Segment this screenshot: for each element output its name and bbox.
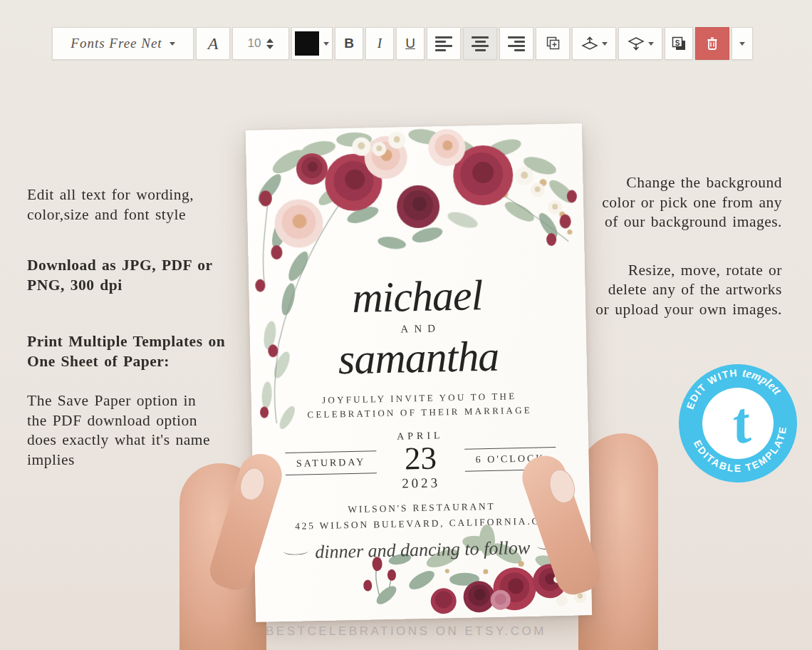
chevron-down-icon[interactable] (602, 42, 608, 46)
right-annotations: Change the background color or pick one … (595, 173, 782, 319)
weekday: SATURDAY (285, 450, 377, 475)
duplicate-icon (545, 36, 561, 51)
bold-label: B (344, 36, 354, 51)
align-right-button[interactable] (499, 27, 533, 60)
bold-button[interactable]: B (335, 27, 363, 60)
align-center-button[interactable] (463, 27, 497, 60)
name-second: samantha (250, 336, 587, 381)
italic-label: I (378, 36, 382, 51)
chevron-down-icon (739, 42, 745, 46)
year: 2023 (402, 475, 440, 492)
name-first: michael (249, 274, 585, 319)
align-right-icon (508, 36, 525, 51)
bring-forward-button[interactable] (572, 27, 616, 60)
editor-toolbar: Fonts Free Net A 10 B I U (52, 27, 753, 60)
note-edit-text: Edit all text for wording, color,size an… (27, 185, 241, 225)
layers-panel-button[interactable]: S (665, 27, 693, 60)
align-left-icon (435, 36, 452, 51)
svg-text:S: S (675, 39, 680, 47)
left-annotations: Edit all text for wording, color,size an… (27, 185, 241, 470)
templett-badge: EDIT WITH templett EDITABLE TEMPLATE t (667, 352, 808, 494)
send-backward-button[interactable] (618, 27, 662, 60)
note-print-multiple: Print Multiple Templates on One Sheet of… (27, 332, 241, 371)
font-family-select[interactable]: Fonts Free Net (52, 27, 194, 60)
note-save-paper: The Save Paper option in the PDF downloa… (27, 391, 211, 470)
underline-button[interactable]: U (396, 27, 425, 60)
font-size-stepper[interactable]: 10 (232, 27, 289, 60)
shop-watermark: BESTCELEBRATIONS ON ETSY.COM (235, 624, 577, 639)
chevron-down-icon (323, 42, 329, 46)
delete-button[interactable] (695, 27, 729, 60)
trash-icon (704, 36, 720, 51)
duplicate-button[interactable] (536, 27, 570, 60)
font-style-button[interactable]: A (196, 27, 230, 60)
layers-icon: S (670, 35, 687, 52)
chevron-down-icon[interactable] (648, 42, 654, 46)
day-number: 23 (405, 443, 437, 475)
send-backward-icon (628, 35, 645, 52)
stepper-arrows-icon[interactable] (266, 38, 274, 49)
note-resize: Resize, move, rotate or delete any of th… (595, 261, 782, 320)
text-color-button[interactable] (291, 27, 333, 60)
chevron-down-icon (170, 42, 175, 46)
font-family-value: Fonts Free Net (71, 36, 162, 51)
underline-label: U (405, 36, 415, 51)
bring-forward-icon (581, 35, 598, 52)
align-left-button[interactable] (427, 27, 461, 60)
italic-button[interactable]: I (365, 27, 394, 60)
note-background: Change the background color or pick one … (595, 173, 782, 232)
font-size-value: 10 (248, 36, 261, 51)
font-style-icon: A (208, 34, 219, 53)
align-center-icon (472, 36, 489, 51)
color-swatch (295, 31, 319, 56)
invitation-card: michael AND samantha JOYFULLY INVITE YOU… (246, 123, 592, 622)
more-options-button[interactable] (732, 27, 753, 60)
note-download: Download as JPG, PDF or PNG, 300 dpi (27, 256, 241, 295)
